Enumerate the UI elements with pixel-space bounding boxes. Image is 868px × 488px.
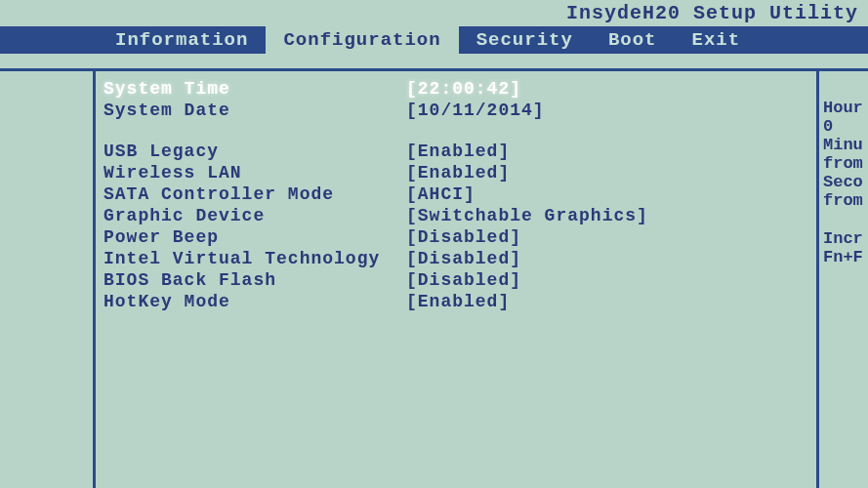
tab-bar: Information Configuration Security Boot … xyxy=(0,26,868,54)
help-text: Incr xyxy=(823,229,864,248)
setting-label: SATA Controller Mode xyxy=(103,184,406,204)
tab-security[interactable]: Security xyxy=(459,26,591,54)
setting-value[interactable]: [Enabled] xyxy=(406,163,510,183)
help-text: Fn+F xyxy=(823,248,864,266)
utility-title: InsydeH20 Setup Utility xyxy=(566,2,858,24)
tab-boot[interactable]: Boot xyxy=(591,26,675,54)
setting-hotkey-mode[interactable]: HotKey Mode [Enabled] xyxy=(103,292,816,311)
setting-value[interactable]: [22:00:42] xyxy=(406,79,521,99)
setting-graphic-device[interactable]: Graphic Device [Switchable Graphics] xyxy=(103,206,816,225)
setting-label: Wireless LAN xyxy=(103,163,406,183)
setting-system-date[interactable]: System Date [10/11/2014] xyxy=(103,101,816,120)
help-text: 0 xyxy=(823,117,864,136)
setting-value[interactable]: [Enabled] xyxy=(406,142,510,161)
setting-label: USB Legacy xyxy=(103,142,406,161)
setting-usb-legacy[interactable]: USB Legacy [Enabled] xyxy=(103,142,816,161)
setting-label: Intel Virtual Technology xyxy=(103,249,406,268)
setting-label: HotKey Mode xyxy=(103,292,406,311)
setting-value[interactable]: [Disabled] xyxy=(406,270,521,290)
setting-system-time[interactable]: System Time [22:00:42] xyxy=(103,79,816,99)
spacer xyxy=(103,122,816,142)
setting-power-beep[interactable]: Power Beep [Disabled] xyxy=(103,227,816,247)
setting-value[interactable]: [Disabled] xyxy=(406,227,521,247)
help-text: from xyxy=(823,154,864,173)
tab-information[interactable]: Information xyxy=(98,26,266,54)
tab-configuration[interactable]: Configuration xyxy=(266,26,458,54)
setting-sata-controller[interactable]: SATA Controller Mode [AHCI] xyxy=(103,184,816,204)
help-panel: Hour 0 Minu from Seco from Incr Fn+F xyxy=(819,71,868,488)
setting-value[interactable]: [Disabled] xyxy=(406,249,521,268)
help-text: from xyxy=(823,191,864,210)
title-bar: InsydeH20 Setup Utility xyxy=(0,0,868,26)
content-area: System Time [22:00:42] System Date [10/1… xyxy=(0,68,868,488)
setting-wireless-lan[interactable]: Wireless LAN [Enabled] xyxy=(103,163,816,183)
setting-value[interactable]: [AHCI] xyxy=(406,184,475,204)
tab-exit[interactable]: Exit xyxy=(674,26,758,54)
setting-value[interactable]: [10/11/2014] xyxy=(406,101,545,120)
setting-value[interactable]: [Enabled] xyxy=(406,292,510,311)
setting-value[interactable]: [Switchable Graphics] xyxy=(406,206,648,225)
setting-intel-vt[interactable]: Intel Virtual Technology [Disabled] xyxy=(103,249,816,268)
help-text: Seco xyxy=(823,173,864,191)
help-text: Minu xyxy=(823,136,864,154)
setting-label: System Date xyxy=(103,101,406,120)
setting-label: BIOS Back Flash xyxy=(103,270,406,290)
setting-label: Graphic Device xyxy=(103,206,406,225)
main-panel: System Time [22:00:42] System Date [10/1… xyxy=(93,71,819,488)
setting-bios-back-flash[interactable]: BIOS Back Flash [Disabled] xyxy=(103,270,816,290)
setting-label: System Time xyxy=(103,79,406,99)
setting-label: Power Beep xyxy=(103,227,406,247)
help-text: Hour xyxy=(823,99,864,117)
